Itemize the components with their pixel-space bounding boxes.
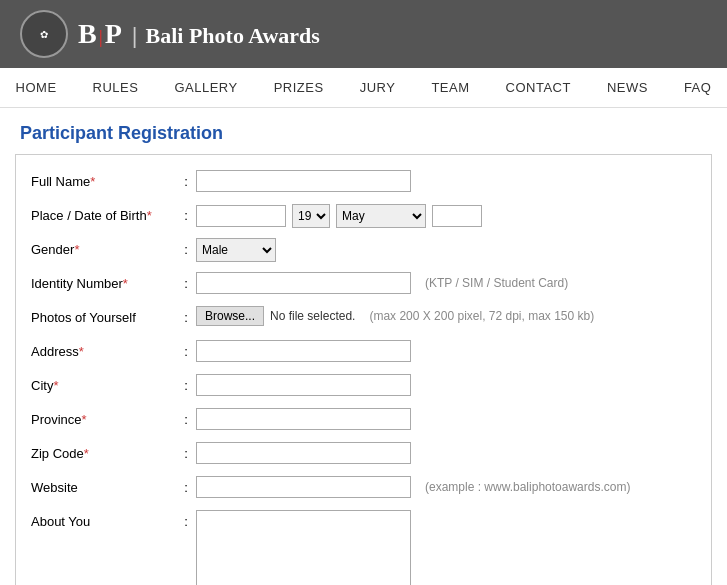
city-field	[196, 374, 696, 396]
about-label: About You	[31, 510, 176, 529]
photos-label: Photos of Yourself	[31, 306, 176, 325]
about-textarea-wrap	[196, 510, 411, 585]
birth-month-select[interactable]: May JanuaryFebruaryMarch AprilJuneJuly A…	[336, 204, 426, 228]
identity-label: Identity Number*	[31, 272, 176, 291]
dob-row: Place / Date of Birth* : 19 May JanuaryF…	[31, 204, 696, 230]
about-field: 100 (maximum of 100 characters)	[196, 510, 696, 585]
page-title: Participant Registration	[0, 108, 727, 154]
nav-team[interactable]: TEAM	[413, 68, 487, 107]
nav-prizes[interactable]: PRIZES	[256, 68, 342, 107]
nav-contact[interactable]: CONTACT	[488, 68, 589, 107]
about-textarea[interactable]	[196, 510, 411, 585]
province-field	[196, 408, 696, 430]
website-label: Website	[31, 476, 176, 495]
nav-faq[interactable]: FAQ	[666, 68, 727, 107]
birth-place-input[interactable]	[196, 205, 286, 227]
gender-field: Male Female	[196, 238, 696, 262]
full-name-row: Full Name* :	[31, 170, 696, 196]
identity-field: (KTP / SIM / Student Card)	[196, 272, 696, 294]
gender-select[interactable]: Male Female	[196, 238, 276, 262]
header: ✿ B|P | Bali Photo Awards	[0, 0, 727, 68]
about-row: About You : 100 (maximum of 100 characte…	[31, 510, 696, 585]
full-name-field	[196, 170, 696, 192]
full-name-colon: :	[176, 170, 196, 189]
nav-home[interactable]: HOME	[0, 68, 75, 107]
logo-icon: ✿	[20, 10, 68, 58]
main-nav: HOME RULES GALLERY PRIZES JURY TEAM CONT…	[0, 68, 727, 108]
birth-year-input[interactable]	[432, 205, 482, 227]
nav-jury[interactable]: JURY	[342, 68, 414, 107]
logo-letters: B|P	[78, 18, 124, 50]
photos-row: Photos of Yourself : Browse... No file s…	[31, 306, 696, 332]
province-label: Province*	[31, 408, 176, 427]
no-file-label: No file selected.	[270, 309, 355, 323]
website-field: (example : www.baliphotoawards.com)	[196, 476, 696, 498]
nav-gallery[interactable]: GALLERY	[156, 68, 255, 107]
zip-input[interactable]	[196, 442, 411, 464]
dob-label: Place / Date of Birth*	[31, 204, 176, 223]
gender-label: Gender*	[31, 238, 176, 257]
province-row: Province* :	[31, 408, 696, 434]
browse-button[interactable]: Browse...	[196, 306, 264, 326]
city-row: City* :	[31, 374, 696, 400]
address-row: Address* :	[31, 340, 696, 366]
zip-label: Zip Code*	[31, 442, 176, 461]
identity-row: Identity Number* : (KTP / SIM / Student …	[31, 272, 696, 298]
address-field	[196, 340, 696, 362]
birth-day-select[interactable]: 19	[292, 204, 330, 228]
dob-field: 19 May JanuaryFebruaryMarch AprilJuneJul…	[196, 204, 696, 228]
website-input[interactable]	[196, 476, 411, 498]
gender-row: Gender* : Male Female	[31, 238, 696, 264]
address-input[interactable]	[196, 340, 411, 362]
city-label: City*	[31, 374, 176, 393]
zip-field	[196, 442, 696, 464]
nav-news[interactable]: NEWS	[589, 68, 666, 107]
identity-input[interactable]	[196, 272, 411, 294]
site-name: Bali Photo Awards	[145, 23, 319, 49]
full-name-input[interactable]	[196, 170, 411, 192]
registration-form: Full Name* : Place / Date of Birth* : 19…	[15, 154, 712, 585]
website-row: Website : (example : www.baliphotoawards…	[31, 476, 696, 502]
photo-hint: (max 200 X 200 pixel, 72 dpi, max 150 kb…	[369, 309, 594, 323]
photos-field: Browse... No file selected. (max 200 X 2…	[196, 306, 696, 326]
full-name-label: Full Name*	[31, 170, 176, 189]
city-input[interactable]	[196, 374, 411, 396]
zip-row: Zip Code* :	[31, 442, 696, 468]
address-label: Address*	[31, 340, 176, 359]
nav-rules[interactable]: RULES	[75, 68, 157, 107]
province-input[interactable]	[196, 408, 411, 430]
website-hint: (example : www.baliphotoawards.com)	[425, 480, 630, 494]
identity-hint: (KTP / SIM / Student Card)	[425, 276, 568, 290]
